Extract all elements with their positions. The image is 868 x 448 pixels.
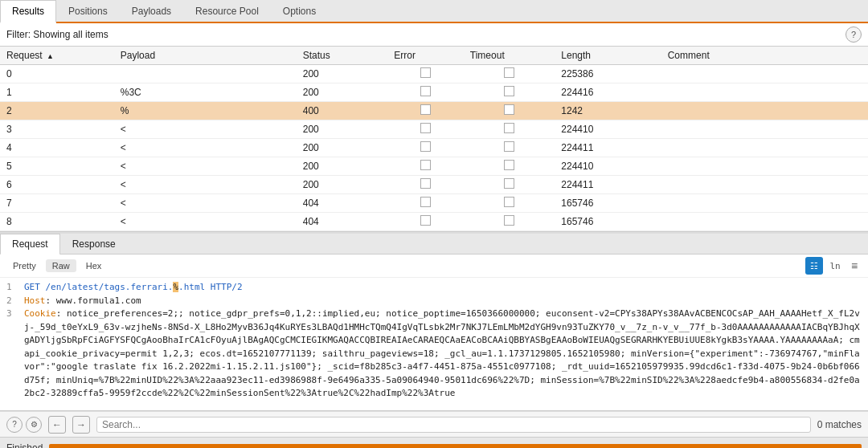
line-num-1: 1 xyxy=(6,281,19,295)
error-checkbox[interactable] xyxy=(420,178,431,189)
cell-request: 6 xyxy=(0,176,114,194)
tab-payloads[interactable]: Payloads xyxy=(120,0,183,22)
cell-request: 5 xyxy=(0,157,114,176)
cell-length: 224410 xyxy=(555,157,661,176)
timeout-checkbox[interactable] xyxy=(504,141,514,152)
timeout-checkbox[interactable] xyxy=(504,104,514,115)
cell-timeout xyxy=(464,176,555,194)
table-row[interactable]: 3 < 200 224410 xyxy=(0,120,868,139)
inner-tab-pretty[interactable]: Pretty xyxy=(6,259,43,272)
table-row[interactable]: 1 %3C 200 224416 xyxy=(0,83,868,102)
cell-payload: < xyxy=(114,213,297,231)
error-checkbox[interactable] xyxy=(420,197,431,207)
tab-options[interactable]: Options xyxy=(271,0,328,22)
cell-extra xyxy=(844,102,868,120)
timeout-checkbox[interactable] xyxy=(504,178,514,189)
error-checkbox[interactable] xyxy=(420,215,431,226)
cell-payload: %3C xyxy=(114,83,297,102)
settings-icon-btn[interactable]: ⚙ xyxy=(26,417,42,433)
response-icons: ☷ ln ≡ xyxy=(805,257,862,275)
col-header-payload[interactable]: Payload xyxy=(114,47,297,65)
timeout-checkbox[interactable] xyxy=(504,215,514,226)
cell-comment xyxy=(661,102,844,120)
col-header-request[interactable]: Request ▲ xyxy=(0,47,114,65)
filter-text: Filter: Showing all items xyxy=(6,29,108,40)
timeout-checkbox[interactable] xyxy=(504,197,514,207)
error-checkbox[interactable] xyxy=(420,67,431,78)
error-checkbox[interactable] xyxy=(420,123,431,133)
error-checkbox[interactable] xyxy=(420,86,431,96)
timeout-checkbox[interactable] xyxy=(504,86,514,96)
tab-response[interactable]: Response xyxy=(60,234,128,254)
cell-request: 0 xyxy=(0,65,114,83)
cell-status: 404 xyxy=(297,213,387,231)
help-icon-btn[interactable]: ? xyxy=(6,417,23,433)
tab-results[interactable]: Results xyxy=(0,0,56,23)
tab-request[interactable]: Request xyxy=(0,234,60,255)
cell-request: 1 xyxy=(0,83,114,102)
cell-length: 224411 xyxy=(555,139,661,157)
cell-length: 165746 xyxy=(555,213,661,231)
col-header-timeout[interactable]: Timeout xyxy=(464,47,555,65)
timeout-checkbox[interactable] xyxy=(504,67,514,78)
table-row[interactable]: 6 < 200 224411 xyxy=(0,176,868,194)
cell-error xyxy=(387,65,464,83)
cell-comment xyxy=(661,120,844,139)
cell-status: 400 xyxy=(297,102,387,120)
results-table: Request ▲ Payload Status Error Timeout L… xyxy=(0,47,868,231)
response-content: 1 GET /en/latest/tags.ferrari.%.html HTT… xyxy=(0,278,868,404)
cell-error xyxy=(387,194,464,213)
col-header-comment[interactable]: Comment xyxy=(661,47,844,65)
tab-resource-pool[interactable]: Resource Pool xyxy=(183,0,271,22)
table-row[interactable]: 7 < 404 165746 xyxy=(0,194,868,213)
inner-tab-hex[interactable]: Hex xyxy=(80,259,108,272)
inner-tabs-left: Pretty Raw Hex xyxy=(6,259,108,272)
col-header-status[interactable]: Status xyxy=(297,47,387,65)
timeout-checkbox[interactable] xyxy=(504,160,514,170)
copy-icon[interactable]: ☷ xyxy=(805,257,823,275)
response-area: Pretty Raw Hex ☷ ln ≡ 1 GET /en/latest/t… xyxy=(0,255,868,411)
error-checkbox[interactable] xyxy=(420,141,431,152)
wrap-icon[interactable]: ln xyxy=(828,259,842,273)
bottom-tabs: Request Response xyxy=(0,232,868,255)
inner-tab-raw[interactable]: Raw xyxy=(46,259,76,272)
cell-extra xyxy=(844,157,868,176)
table-row[interactable]: 4 < 200 224411 xyxy=(0,139,868,157)
cell-timeout xyxy=(464,120,555,139)
cell-error xyxy=(387,176,464,194)
cell-error xyxy=(387,213,464,231)
table-row[interactable]: 2 % 400 1242 xyxy=(0,102,868,120)
timeout-checkbox[interactable] xyxy=(504,123,514,133)
menu-icon[interactable]: ≡ xyxy=(847,259,862,273)
results-table-wrap: Request ▲ Payload Status Error Timeout L… xyxy=(0,47,868,232)
forward-button[interactable]: → xyxy=(72,416,90,434)
search-input[interactable] xyxy=(96,417,811,433)
error-checkbox[interactable] xyxy=(420,104,431,115)
cell-error xyxy=(387,83,464,102)
back-button[interactable]: ← xyxy=(48,416,66,434)
table-row[interactable]: 0 200 225386 xyxy=(0,65,868,83)
filter-bar: Filter: Showing all items ? xyxy=(0,23,868,47)
cell-timeout xyxy=(464,157,555,176)
response-line-3: 3 Cookie: notice_preferences=2;; notice_… xyxy=(6,307,862,401)
help-button[interactable]: ? xyxy=(845,26,862,43)
cell-payload: < xyxy=(114,157,297,176)
cell-length: 225386 xyxy=(555,65,661,83)
table-row[interactable]: 8 < 404 165746 xyxy=(0,213,868,231)
tab-positions[interactable]: Positions xyxy=(56,0,120,22)
cell-length: 224411 xyxy=(555,176,661,194)
cell-status: 200 xyxy=(297,157,387,176)
table-row[interactable]: 5 < 200 224410 xyxy=(0,157,868,176)
cell-error xyxy=(387,120,464,139)
cell-error xyxy=(387,139,464,157)
col-header-error[interactable]: Error xyxy=(387,47,464,65)
cell-extra xyxy=(844,83,868,102)
cell-length: 165746 xyxy=(555,194,661,213)
col-header-length[interactable]: Length xyxy=(555,47,661,65)
cell-status: 200 xyxy=(297,139,387,157)
cell-length: 1242 xyxy=(555,102,661,120)
error-checkbox[interactable] xyxy=(420,160,431,170)
top-tabs: Results Positions Payloads Resource Pool… xyxy=(0,0,868,23)
cell-comment xyxy=(661,65,844,83)
cell-timeout xyxy=(464,102,555,120)
